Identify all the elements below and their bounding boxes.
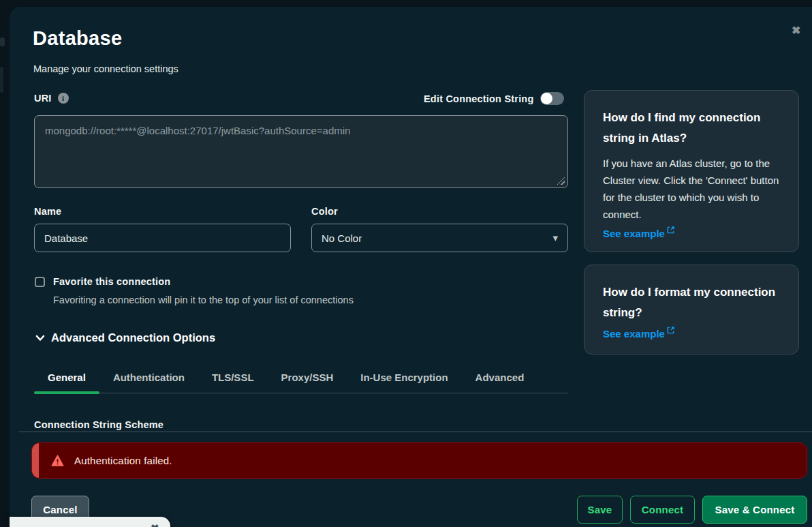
color-label: Color — [311, 206, 338, 217]
tab-proxy-ssh[interactable]: Proxy/SSH — [268, 369, 347, 393]
chevron-down-icon — [35, 333, 45, 343]
edit-connection-string-toggle[interactable] — [540, 92, 564, 105]
advanced-options-label: Advanced Connection Options — [51, 331, 215, 344]
tab-tls-ssl[interactable]: TLS/SSL — [198, 369, 268, 393]
error-banner: Authentication failed. — [31, 442, 807, 479]
external-link-icon — [667, 327, 674, 334]
external-link-icon — [667, 226, 674, 234]
save-and-connect-button[interactable]: Save & Connect — [702, 496, 807, 524]
resize-handle-icon[interactable] — [557, 177, 565, 185]
help-card-title: How do I find my connection string in At… — [603, 108, 780, 149]
modal-subtitle: Manage your connection settings — [33, 63, 178, 74]
see-example-label: See example — [603, 226, 665, 242]
toast-notification: ✖ — [10, 517, 170, 527]
tab-authentication[interactable]: Authentication — [99, 369, 198, 393]
name-field[interactable] — [34, 224, 291, 252]
close-icon[interactable]: ✖ — [792, 24, 800, 37]
connection-settings-modal: Database ✖ Manage your connection settin… — [10, 7, 812, 527]
advanced-options-tabs: General Authentication TLS/SSL Proxy/SSH… — [34, 369, 568, 393]
favorite-description: Favoriting a connection will pin it to t… — [53, 295, 354, 305]
tab-advanced[interactable]: Advanced — [462, 369, 538, 393]
info-icon[interactable]: i — [58, 93, 69, 104]
page-title: Database — [33, 27, 122, 50]
color-select-value: No Color — [322, 232, 362, 244]
edit-connection-string-label: Edit Connection String — [424, 93, 533, 104]
connect-button[interactable]: Connect — [630, 496, 695, 524]
save-button[interactable]: Save — [577, 496, 623, 524]
help-card-title: How do I format my connection string? — [603, 282, 780, 323]
see-example-link[interactable]: See example — [603, 226, 674, 242]
background-fragment — [0, 37, 5, 46]
favorite-label: Favorite this connection — [53, 276, 170, 287]
connection-string-scheme-label: Connection String Scheme — [34, 419, 163, 430]
tab-general[interactable]: General — [34, 369, 99, 393]
favorite-checkbox[interactable] — [35, 277, 45, 287]
footer-divider — [19, 432, 812, 432]
warning-icon — [51, 455, 64, 467]
uri-label: URI — [34, 93, 52, 104]
name-label: Name — [34, 206, 61, 217]
toggle-knob — [541, 93, 552, 104]
tab-in-use-encryption[interactable]: In-Use Encryption — [347, 369, 461, 393]
help-card-format: How do I format my connection string? Se… — [584, 265, 799, 355]
help-card-atlas: How do I find my connection string in At… — [584, 90, 799, 252]
see-example-label: See example — [603, 326, 665, 342]
toast-close-icon[interactable]: ✖ — [151, 522, 159, 527]
uri-input[interactable] — [34, 115, 568, 188]
advanced-options-header[interactable]: Advanced Connection Options — [35, 331, 215, 344]
color-select[interactable]: No Color ▾ — [311, 224, 568, 252]
help-card-body: If you have an Atlas cluster, go to the … — [603, 155, 780, 223]
error-message: Authentication failed. — [74, 455, 172, 466]
see-example-link[interactable]: See example — [603, 326, 674, 342]
caret-down-icon: ▾ — [552, 232, 558, 244]
background-fragment — [0, 67, 3, 93]
error-accent-bar — [32, 443, 39, 478]
